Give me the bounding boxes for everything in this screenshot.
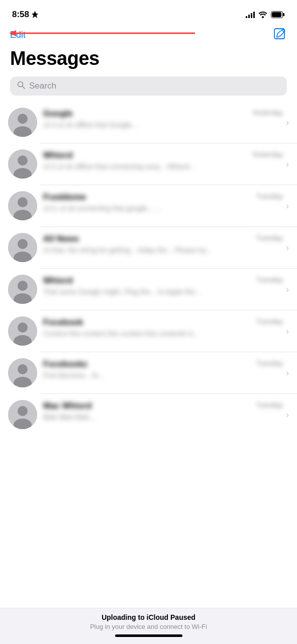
chevron-right-icon: › xyxy=(286,368,289,378)
message-content: Fceddome Tuesday Ut it, ut sit connectin… xyxy=(43,191,283,214)
message-content: Whtxrd Yesterday Ut it ut sit offline th… xyxy=(43,149,283,172)
list-item[interactable]: Mac Whtxrd Tuesday Blah Blah Blah... › xyxy=(0,394,297,435)
contact-name: Fxcebook xyxy=(43,317,252,328)
message-content: Mac Whtxrd Tuesday Blah Blah Blah... xyxy=(43,400,283,423)
banner-subtitle: Plug in your device and connect to Wi-Fi xyxy=(10,623,287,630)
message-header: Fceddome Tuesday xyxy=(43,192,283,202)
avatar xyxy=(8,233,37,262)
svg-point-28 xyxy=(18,364,28,374)
message-content: Google Yesterday Ut it ut sit offline th… xyxy=(43,108,283,130)
contact-name: Fxcebookz xyxy=(43,359,252,369)
message-preview: Ut it ut sit offline that Google... xyxy=(43,120,283,130)
message-header: All News Tuesday xyxy=(43,234,283,244)
compose-icon xyxy=(273,27,287,41)
chevron-right-icon: › xyxy=(286,410,289,420)
signal-icon xyxy=(246,11,255,18)
message-time: Yesterday xyxy=(252,150,283,158)
home-indicator xyxy=(115,634,182,637)
message-header: Whtxrd Tuesday xyxy=(43,276,283,286)
avatar xyxy=(8,191,37,220)
page-title: Messages xyxy=(0,46,297,74)
message-time: Yesterday xyxy=(252,109,283,117)
svg-point-13 xyxy=(18,155,28,166)
list-item[interactable]: Google Yesterday Ut it ut sit offline th… xyxy=(0,102,297,143)
avatar xyxy=(8,275,37,304)
avatar xyxy=(8,400,37,429)
message-header: Mac Whtxrd Tuesday xyxy=(43,401,283,411)
avatar xyxy=(8,108,37,137)
time-display: 8:58 xyxy=(12,10,29,20)
message-time: Tuesday xyxy=(256,317,283,326)
svg-point-19 xyxy=(18,239,28,249)
message-header: Google Yesterday xyxy=(43,109,283,119)
message-preview: Blah Blah Blah... xyxy=(43,413,283,423)
wifi-icon xyxy=(258,11,267,18)
avatar xyxy=(8,149,37,179)
svg-point-10 xyxy=(18,114,28,124)
list-item[interactable]: All News Tuesday Ut that, the string for… xyxy=(0,227,297,268)
message-time: Tuesday xyxy=(256,192,283,200)
location-icon xyxy=(32,11,38,18)
search-container: Search xyxy=(0,74,297,102)
message-content: Whtxrd Tuesday That some Google might. P… xyxy=(43,275,283,297)
chevron-right-icon: › xyxy=(286,159,289,170)
status-icons xyxy=(246,11,285,18)
message-header: Whtxrd Yesterday xyxy=(43,150,283,160)
list-item[interactable]: Fxcebookz Tuesday First Become... le... … xyxy=(0,352,297,393)
chevron-right-icon: › xyxy=(286,243,289,253)
chevron-right-icon: › xyxy=(286,326,289,337)
svg-point-31 xyxy=(18,406,28,416)
search-bar[interactable]: Search xyxy=(10,76,287,96)
compose-button[interactable] xyxy=(273,27,287,43)
bottom-banner: Uploading to iCloud Paused Plug in your … xyxy=(0,608,297,644)
message-preview: Content this content this content this c… xyxy=(43,329,283,339)
banner-title: Uploading to iCloud Paused xyxy=(10,613,287,621)
svg-line-8 xyxy=(23,87,25,89)
message-content: Fxcebookz Tuesday First Become... le... xyxy=(43,358,283,381)
nav-bar: Edit xyxy=(0,25,297,46)
message-header: Fxcebookz Tuesday xyxy=(43,359,283,369)
message-time: Tuesday xyxy=(256,359,283,367)
list-item[interactable]: Whtxrd Tuesday That some Google might. P… xyxy=(0,269,297,310)
message-content: All News Tuesday Ut that, the string for… xyxy=(43,233,283,256)
contact-name: Whtxrd xyxy=(43,276,252,286)
message-preview: Ut it, ut sit connecting that google... … xyxy=(43,204,283,214)
message-list: Google Yesterday Ut it ut sit offline th… xyxy=(0,102,297,435)
svg-point-16 xyxy=(18,197,28,207)
list-item[interactable]: Fceddome Tuesday Ut it, ut sit connectin… xyxy=(0,185,297,226)
svg-point-25 xyxy=(18,323,28,333)
status-time: 8:58 xyxy=(12,10,38,20)
message-preview: Ut that, the string for getting... today… xyxy=(43,246,283,256)
message-header: Fxcebook Tuesday xyxy=(43,317,283,328)
chevron-right-icon: › xyxy=(286,117,289,128)
message-content: Fxcebook Tuesday Content this content th… xyxy=(43,316,283,339)
message-preview: That some Google might. Plug the... to A… xyxy=(43,287,283,297)
search-placeholder: Search xyxy=(29,81,56,91)
message-time: Tuesday xyxy=(256,401,283,409)
message-time: Tuesday xyxy=(256,276,283,284)
status-bar: 8:58 xyxy=(0,0,297,25)
avatar xyxy=(8,316,37,346)
list-item[interactable]: Fxcebook Tuesday Content this content th… xyxy=(0,310,297,352)
edit-button[interactable]: Edit xyxy=(10,30,26,40)
chevron-right-icon: › xyxy=(286,284,289,295)
contact-name: Whtxrd xyxy=(43,150,248,160)
message-preview: Ut it ut sit offline that connecting con… xyxy=(43,162,283,172)
svg-rect-3 xyxy=(272,12,281,17)
chevron-right-icon: › xyxy=(286,201,289,211)
list-item[interactable]: Whtxrd Yesterday Ut it ut sit offline th… xyxy=(0,143,297,185)
message-time: Tuesday xyxy=(256,234,283,242)
battery-icon xyxy=(271,11,285,18)
contact-name: Fceddome xyxy=(43,192,252,202)
svg-point-22 xyxy=(18,281,28,291)
svg-rect-2 xyxy=(283,13,284,16)
message-preview: First Become... le... xyxy=(43,371,283,381)
avatar xyxy=(8,358,37,387)
svg-point-0 xyxy=(262,16,264,18)
search-icon xyxy=(17,81,25,91)
contact-name: All News xyxy=(43,234,252,244)
contact-name: Google xyxy=(43,109,248,119)
contact-name: Mac Whtxrd xyxy=(43,401,252,411)
